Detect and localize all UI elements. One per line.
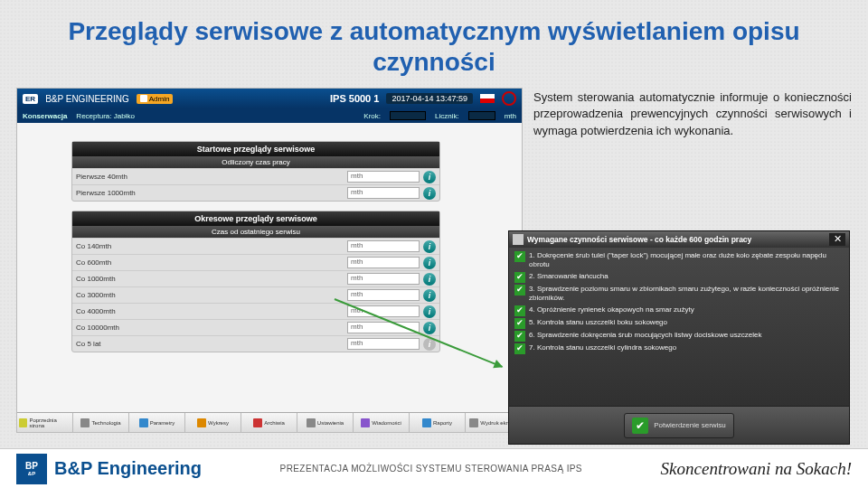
- info-icon[interactable]: i: [423, 273, 436, 286]
- service-row: Co 1000mthmthi: [72, 270, 439, 286]
- confirm-service-button[interactable]: ✔ Potwierdzenie serwisu: [624, 413, 734, 438]
- toolbar-label: Poprzednia strona: [29, 418, 71, 428]
- slide-title: Przeglądy serwisowe z automatycznym wyśw…: [0, 0, 868, 88]
- counter-label: Licznik:: [435, 112, 459, 120]
- toolbar-button[interactable]: Raporty: [410, 413, 466, 432]
- row-label: Co 3000mth: [76, 291, 347, 299]
- row-label: Co 600mth: [76, 258, 347, 267]
- user-badge[interactable]: Admin: [137, 94, 174, 104]
- service-row: Pierwsze 40mthmthi: [72, 168, 439, 184]
- toolbar-label: Ustawienia: [317, 420, 344, 426]
- task-checkbox[interactable]: ✔: [514, 272, 525, 283]
- task-text: 5. Kontrola stanu uszczelki boku sokoweg…: [529, 318, 844, 327]
- info-icon[interactable]: i: [423, 171, 436, 183]
- task-row: ✔6. Sprawdzenie dokręcenia śrub mocujący…: [514, 331, 844, 342]
- hmi-screenshot: ER B&P ENGINEERING Admin IPS 5000 1 2017…: [16, 88, 523, 433]
- row-label: Co 140mth: [76, 242, 347, 250]
- toolbar-icon: [139, 418, 148, 427]
- task-checkbox[interactable]: ✔: [514, 318, 525, 329]
- toolbar-button[interactable]: Technologia: [73, 413, 129, 432]
- info-icon[interactable]: i: [423, 289, 436, 302]
- machine-id: IPS 5000 1: [330, 93, 379, 104]
- toolbar-icon: [19, 418, 27, 427]
- service-dialog: Wymagane czynności serwisowe - co każde …: [508, 230, 850, 445]
- service-row: Co 3000mthmthi: [72, 286, 439, 303]
- task-row: ✔7. Kontrola stanu uszczelki cylindra so…: [514, 343, 844, 354]
- toolbar-button[interactable]: Wykresy: [185, 413, 241, 432]
- unit-label: mth: [505, 112, 516, 120]
- panel1-header: Startowe przeglądy serwisowe: [72, 142, 439, 156]
- footer-logo: BP&P B&P Engineering: [16, 454, 202, 484]
- row-value[interactable]: mth: [347, 257, 420, 268]
- task-text: 4. Opróżnienie rynienek okapowych na sma…: [529, 305, 844, 314]
- footer-mid: PREZENTACJA MOŻLIWOŚCI SYSTEMU STEROWANI…: [202, 464, 661, 474]
- task-checkbox[interactable]: ✔: [514, 285, 525, 296]
- hmi-topbar: ER B&P ENGINEERING Admin IPS 5000 1 2017…: [17, 89, 522, 108]
- task-checkbox[interactable]: ✔: [514, 251, 525, 262]
- toolbar-button[interactable]: Ustawienia: [297, 413, 354, 432]
- lang-flag-icon[interactable]: [480, 94, 495, 103]
- power-button[interactable]: [502, 91, 516, 106]
- row-value[interactable]: mth: [347, 171, 420, 183]
- dialog-header: Wymagane czynności serwisowe - co każde …: [509, 231, 849, 248]
- check-icon: ✔: [632, 418, 648, 434]
- info-icon[interactable]: i: [423, 257, 436, 269]
- row-label: Pierwsze 1000mth: [76, 189, 347, 197]
- service-row: Co 5 latmthi: [72, 335, 439, 352]
- toolbar-label: Parametry: [150, 420, 175, 426]
- recipe-label: Receptura: Jabłko: [76, 112, 134, 120]
- task-row: ✔1. Dokręcenie śrub tulei ("taper lock")…: [514, 251, 844, 270]
- task-row: ✔2. Smarowanie łańcucha: [514, 272, 844, 283]
- service-row: Co 600mthmthi: [72, 254, 439, 270]
- task-text: 6. Sprawdzenie dokręcenia śrub mocującyc…: [529, 331, 844, 340]
- confirm-label: Potwierdzenie serwisu: [654, 421, 726, 429]
- row-value[interactable]: mth: [347, 338, 420, 350]
- toolbar-button[interactable]: Archiwia: [241, 413, 297, 432]
- task-text: 1. Dokręcenie śrub tulei ("taper lock") …: [529, 251, 844, 270]
- toolbar-icon: [253, 418, 262, 427]
- close-button[interactable]: ✕: [829, 233, 845, 246]
- breadcrumb-1: Konserwacja: [23, 112, 67, 120]
- info-icon[interactable]: i: [423, 322, 436, 334]
- brand-name: B&P Engineering: [54, 458, 202, 479]
- wrench-icon: [513, 234, 524, 245]
- panel2-sub: Czas od ostatniego serwisu: [72, 226, 439, 238]
- toolbar-icon: [80, 418, 90, 427]
- toolbar-button[interactable]: Parametry: [129, 413, 185, 432]
- row-label: Co 5 lat: [76, 340, 347, 348]
- toolbar-icon: [197, 418, 206, 427]
- datetime-field: 2017-04-14 13:47:59: [386, 93, 473, 104]
- dialog-title: Wymagane czynności serwisowe - co każde …: [527, 235, 829, 244]
- logo-square-icon: BP&P: [16, 454, 47, 484]
- toolbar-icon: [307, 418, 316, 427]
- service-row: Co 140mthmthi: [72, 238, 439, 254]
- hmi-toolbar: Poprzednia stronaTechnologiaParametryWyk…: [17, 412, 522, 432]
- row-value[interactable]: mth: [347, 273, 420, 285]
- task-checkbox[interactable]: ✔: [514, 343, 525, 354]
- panel1-sub: Odliczony czas pracy: [72, 156, 439, 168]
- task-row: ✔5. Kontrola stanu uszczelki boku sokowe…: [514, 318, 844, 329]
- toolbar-icon: [361, 418, 370, 427]
- row-value[interactable]: mth: [347, 240, 420, 252]
- toolbar-button[interactable]: Wiadomości: [354, 413, 410, 432]
- row-label: Co 10000mth: [76, 324, 347, 332]
- info-icon[interactable]: i: [423, 240, 436, 253]
- step-field: [390, 111, 426, 120]
- service-row: Co 10000mthmthi: [72, 319, 439, 335]
- info-icon[interactable]: i: [423, 305, 436, 318]
- panel2-header: Okresowe przeglądy serwisowe: [72, 211, 439, 226]
- toolbar-icon: [422, 418, 431, 427]
- toolbar-label: Raporty: [433, 420, 452, 426]
- footer-tagline: Skoncentrowani na Sokach!: [661, 459, 852, 479]
- er-logo-icon: ER: [23, 94, 38, 104]
- task-checkbox[interactable]: ✔: [514, 331, 525, 342]
- toolbar-button[interactable]: Poprzednia strona: [17, 413, 73, 432]
- task-checkbox[interactable]: ✔: [514, 305, 525, 316]
- service-row: Pierwsze 1000mthmthi: [72, 184, 439, 201]
- row-value[interactable]: mth: [347, 289, 420, 301]
- panel-periodic-service: Okresowe przeglądy serwisowe Czas od ost…: [71, 211, 440, 352]
- counter-field: [468, 111, 495, 120]
- info-icon[interactable]: i: [423, 187, 436, 200]
- task-text: 7. Kontrola stanu uszczelki cylindra sok…: [529, 343, 844, 352]
- row-value[interactable]: mth: [347, 187, 420, 199]
